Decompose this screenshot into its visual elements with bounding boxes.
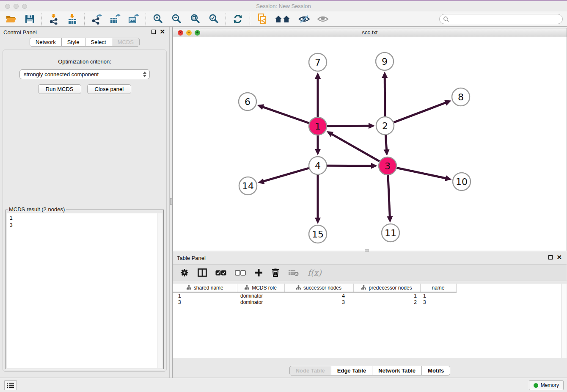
tab-network[interactable]: Network bbox=[30, 38, 62, 47]
hide-selected-icon[interactable] bbox=[298, 13, 310, 25]
table-cell[interactable]: dominator bbox=[237, 292, 284, 299]
table-row[interactable]: 1dominator411 bbox=[173, 292, 561, 299]
graph-edge[interactable] bbox=[263, 168, 309, 182]
table-options-icon[interactable] bbox=[180, 268, 189, 277]
graph-edge[interactable] bbox=[388, 175, 390, 218]
add-column-icon[interactable] bbox=[254, 268, 263, 277]
zoom-window-button[interactable] bbox=[22, 4, 27, 9]
column-header-label: shared name bbox=[194, 285, 223, 291]
column-header[interactable]: predecessor nodes bbox=[353, 284, 420, 292]
graph-edge[interactable] bbox=[327, 166, 372, 166]
tab-motifs[interactable]: Motifs bbox=[421, 366, 450, 375]
table-cell[interactable]: 3 bbox=[173, 299, 237, 306]
network-window-title: scc.txt bbox=[173, 28, 567, 37]
graph-edge[interactable] bbox=[394, 102, 447, 122]
network-close-button[interactable]: × bbox=[178, 30, 183, 36]
tab-edge-table[interactable]: Edge Table bbox=[331, 366, 372, 375]
home-views-icon[interactable] bbox=[275, 13, 292, 25]
horizontal-splitter-grip[interactable] bbox=[365, 249, 369, 252]
search-field[interactable] bbox=[439, 14, 563, 24]
table-cell[interactable]: 3 bbox=[420, 299, 456, 306]
table-cell[interactable]: 3 bbox=[284, 299, 353, 306]
refresh-layout-icon[interactable] bbox=[232, 13, 244, 25]
memory-status-icon bbox=[534, 383, 538, 388]
function-builder-icon[interactable]: f(x) bbox=[308, 268, 322, 277]
tab-node-table[interactable]: Node Table bbox=[289, 366, 331, 375]
splitter-grip[interactable] bbox=[170, 198, 172, 205]
delete-table-icon[interactable] bbox=[288, 268, 299, 277]
graph-edge[interactable] bbox=[397, 168, 447, 179]
close-table-panel-icon[interactable]: ✕ bbox=[556, 255, 562, 260]
hierarchy-icon bbox=[296, 285, 301, 290]
export-table-icon[interactable] bbox=[109, 13, 121, 25]
table-cell[interactable]: 2 bbox=[353, 299, 420, 306]
node-table-grid[interactable]: shared nameMCDS rolesuccessor nodesprede… bbox=[173, 284, 561, 306]
table-cell[interactable]: 1 bbox=[353, 292, 420, 299]
select-all-checks-icon[interactable] bbox=[215, 270, 226, 276]
tab-style[interactable]: Style bbox=[61, 38, 85, 47]
mcds-result-list[interactable]: 13 bbox=[7, 213, 162, 368]
float-panel-icon[interactable] bbox=[151, 30, 156, 34]
node-table[interactable]: shared nameMCDS rolesuccessor nodesprede… bbox=[173, 284, 567, 358]
graph-node-label: 3 bbox=[385, 161, 391, 171]
close-window-button[interactable] bbox=[5, 4, 10, 9]
show-all-icon[interactable] bbox=[317, 13, 329, 25]
export-network-icon[interactable] bbox=[91, 13, 102, 25]
column-header[interactable]: successor nodes bbox=[284, 284, 353, 292]
zoom-in-icon[interactable] bbox=[152, 13, 164, 25]
graph-edge[interactable] bbox=[262, 107, 309, 123]
table-cell[interactable]: 1 bbox=[420, 292, 456, 299]
table-scrollbar[interactable] bbox=[561, 284, 567, 358]
minimize-window-button[interactable] bbox=[14, 4, 19, 9]
criterion-select[interactable]: strongly connected component bbox=[19, 69, 150, 79]
table-row[interactable]: 3dominator323 bbox=[173, 299, 561, 306]
table-cell[interactable]: 4 bbox=[284, 292, 353, 299]
save-session-icon[interactable] bbox=[24, 13, 36, 25]
import-table-icon[interactable] bbox=[66, 13, 78, 25]
memory-label: Memory bbox=[541, 382, 559, 388]
network-minimize-button[interactable]: − bbox=[186, 30, 192, 36]
zoom-out-icon[interactable] bbox=[171, 13, 182, 25]
show-columns-icon[interactable] bbox=[198, 268, 207, 277]
mcds-result-title: MCDS result (2 nodes) bbox=[8, 206, 66, 213]
close-panel-icon[interactable]: ✕ bbox=[160, 29, 165, 34]
first-neighbors-icon[interactable] bbox=[256, 13, 268, 25]
column-header-label: MCDS role bbox=[252, 285, 277, 291]
app-titlebar: Session: New Session bbox=[0, 1, 567, 11]
console-button[interactable] bbox=[4, 380, 17, 390]
graph-edge[interactable] bbox=[385, 77, 385, 116]
vertical-splitter[interactable] bbox=[169, 27, 173, 378]
table-cell[interactable]: dominator bbox=[237, 299, 284, 306]
network-canvas[interactable]: 7968124314101511 bbox=[173, 37, 567, 251]
mcds-result-line: 1 bbox=[10, 215, 162, 222]
open-session-icon[interactable] bbox=[5, 13, 17, 25]
zoom-selected-icon[interactable] bbox=[208, 13, 220, 25]
search-input[interactable] bbox=[451, 15, 562, 23]
edge-arrowhead bbox=[315, 218, 321, 224]
hierarchy-icon bbox=[187, 285, 191, 290]
table-panel-title: Table Panel bbox=[177, 255, 206, 261]
graph-edge[interactable] bbox=[385, 135, 386, 151]
delete-column-icon[interactable] bbox=[271, 268, 280, 277]
graph-edge[interactable] bbox=[327, 126, 370, 126]
network-maximize-button[interactable]: + bbox=[195, 30, 200, 36]
tab-network-table[interactable]: Network Table bbox=[372, 366, 422, 375]
tab-select[interactable]: Select bbox=[85, 38, 112, 47]
export-image-icon[interactable] bbox=[128, 13, 140, 25]
column-header[interactable]: shared name bbox=[173, 284, 237, 292]
tab-mcds[interactable]: MCDS bbox=[112, 38, 140, 47]
close-panel-button[interactable]: Close panel bbox=[87, 84, 132, 94]
float-table-panel-icon[interactable] bbox=[548, 255, 553, 259]
graph-edge[interactable] bbox=[331, 134, 380, 161]
deselect-all-checks-icon[interactable] bbox=[235, 270, 246, 276]
run-mcds-button[interactable]: Run MCDS bbox=[38, 84, 81, 94]
table-cell[interactable]: 1 bbox=[173, 292, 237, 299]
column-header[interactable]: MCDS role bbox=[237, 284, 284, 292]
import-network-icon[interactable] bbox=[48, 13, 60, 25]
memory-button[interactable]: Memory bbox=[529, 380, 564, 390]
network-window-titlebar[interactable]: × − + scc.txt bbox=[173, 28, 567, 37]
column-header[interactable]: name bbox=[420, 284, 456, 292]
zoom-fit-icon[interactable] bbox=[189, 13, 201, 25]
edge-arrowhead bbox=[257, 104, 264, 110]
mcds-result-scrollbar[interactable] bbox=[157, 213, 162, 368]
